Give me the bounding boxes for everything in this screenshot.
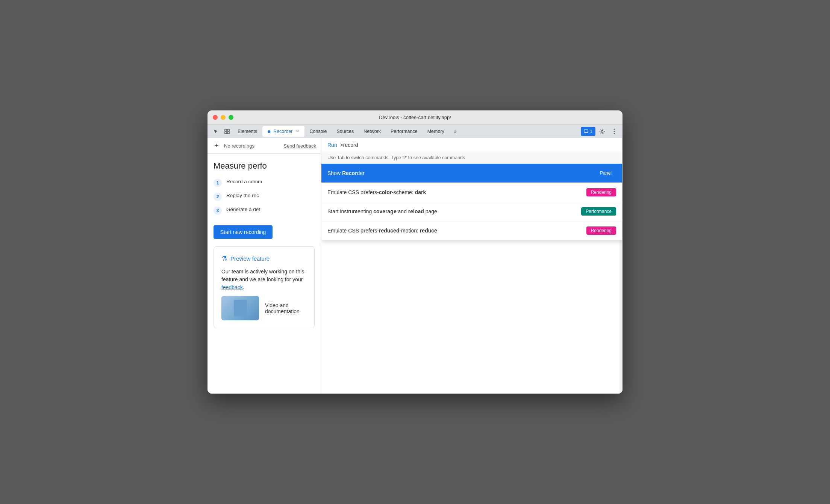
tab-console[interactable]: Console [305, 126, 332, 137]
svg-rect-1 [227, 129, 229, 131]
tab-more[interactable]: » [450, 126, 461, 137]
right-area: Run >record Use Tab to switch commands. … [321, 138, 622, 394]
maximize-button[interactable] [229, 115, 233, 120]
rendering-badge-1[interactable]: Rendering [586, 188, 616, 196]
tab-network[interactable]: Network [359, 126, 385, 137]
search-value[interactable]: >record [340, 142, 358, 148]
panel-content: Measure perfo 1 Record a comm 2 Replay t… [208, 154, 321, 394]
item-text-coverage: Start instrumenting coverage and reload … [327, 208, 437, 214]
inspect-icon[interactable] [222, 126, 232, 137]
left-panel: + No recordings Send feedback Measure pe… [208, 138, 321, 394]
dropdown-hint: Use Tab to switch commands. Type '?' to … [321, 152, 622, 164]
svg-rect-2 [225, 132, 227, 134]
no-recordings-label: No recordings [224, 143, 254, 149]
highlight-reduced: reduced [379, 228, 399, 234]
performance-badge[interactable]: Performance [581, 207, 616, 216]
step-text-1: Record a comm [226, 178, 262, 186]
tab-performance[interactable]: Performance [386, 126, 422, 137]
preview-feature-section: ⚗ Preview feature Our team is actively w… [214, 246, 315, 328]
step-3: 3 Generate a det [214, 206, 315, 215]
tab-sources[interactable]: Sources [332, 126, 358, 137]
item-text-color-scheme: Emulate CSS prefers-color-scheme: dark [327, 189, 426, 195]
tab-recorder[interactable]: ⏺ Recorder ✕ [262, 126, 304, 137]
highlight-r2: r [364, 228, 365, 234]
panel-header: + No recordings Send feedback [208, 138, 321, 154]
highlight-recorder: Recor [342, 170, 357, 176]
add-recording-button[interactable]: + [212, 141, 221, 150]
steps-list: 1 Record a comm 2 Replay the rec 3 Gener… [214, 178, 315, 215]
preview-title: Preview feature [230, 255, 270, 262]
video-thumb-inner [234, 300, 247, 317]
step-text-2: Replay the rec [226, 192, 259, 199]
svg-point-6 [614, 128, 615, 130]
tab-bar-right: 1 [581, 126, 619, 137]
tab-bar: Elements ⏺ Recorder ✕ Console Sources Ne… [208, 125, 622, 138]
start-new-recording-button[interactable]: Start new recording [214, 225, 273, 239]
dropdown-item-color-scheme[interactable]: Emulate CSS prefers-color-scheme: dark R… [321, 183, 622, 202]
minimize-button[interactable] [221, 115, 226, 120]
step-num-3: 3 [214, 207, 222, 215]
video-doc-section: Video and documentation [221, 296, 307, 320]
window-title: DevTools - coffee-cart.netlify.app/ [379, 115, 451, 120]
flask-icon: ⚗ [221, 254, 227, 263]
svg-rect-3 [227, 132, 229, 134]
panel-badge[interactable]: Panel [595, 169, 616, 177]
more-options-icon[interactable] [609, 126, 619, 137]
tab-elements[interactable]: Elements [233, 126, 262, 137]
preview-text: Our team is actively working on this fea… [221, 268, 307, 291]
measure-title: Measure perfo [214, 161, 315, 171]
step-2: 2 Replay the rec [214, 192, 315, 201]
svg-rect-0 [225, 129, 227, 131]
devtools-window: DevTools - coffee-cart.netlify.app/ Elem… [208, 110, 622, 394]
chat-button[interactable]: 1 [581, 127, 595, 136]
step-text-3: Generate a det [226, 206, 260, 213]
step-1: 1 Record a comm [214, 178, 315, 187]
svg-point-5 [601, 130, 603, 132]
video-thumbnail [221, 296, 259, 320]
highlight-r1: r [364, 189, 365, 195]
highlight-color: color [379, 189, 392, 195]
send-feedback-button[interactable]: Send feedback [283, 143, 316, 149]
tab-close-icon[interactable]: ✕ [295, 128, 300, 134]
close-button[interactable] [213, 115, 218, 120]
recorder-tab-icon: ⏺ [267, 129, 271, 134]
svg-point-7 [614, 131, 615, 132]
settings-icon[interactable] [597, 126, 607, 137]
run-label: Run [327, 142, 337, 148]
item-text-show-recorder: Show Recorder [327, 170, 365, 176]
preview-header: ⚗ Preview feature [221, 254, 307, 263]
step-num-1: 1 [214, 179, 222, 187]
svg-point-8 [614, 133, 615, 134]
svg-rect-4 [584, 130, 588, 133]
step-num-2: 2 [214, 193, 222, 201]
highlight-m: m [353, 208, 357, 214]
rendering-badge-2[interactable]: Rendering [586, 226, 616, 235]
dropdown-search: Run >record [321, 138, 622, 152]
video-doc-text: Video and documentation [265, 302, 307, 314]
dropdown-item-coverage[interactable]: Start instrumenting coverage and reload … [321, 202, 622, 221]
dropdown-item-reduced-motion[interactable]: Emulate CSS prefers-reduced-motion: redu… [321, 221, 622, 240]
traffic-lights [213, 115, 233, 120]
dropdown-item-show-recorder[interactable]: Show Recorder Panel [321, 164, 622, 183]
tab-memory[interactable]: Memory [423, 126, 449, 137]
feedback-link[interactable]: feedback [221, 284, 243, 290]
title-bar: DevTools - coffee-cart.netlify.app/ [208, 110, 622, 125]
item-text-reduced-motion: Emulate CSS prefers-reduced-motion: redu… [327, 228, 437, 234]
main-area: + No recordings Send feedback Measure pe… [208, 138, 622, 394]
cursor-icon[interactable] [211, 126, 221, 137]
command-dropdown: Run >record Use Tab to switch commands. … [321, 138, 622, 240]
